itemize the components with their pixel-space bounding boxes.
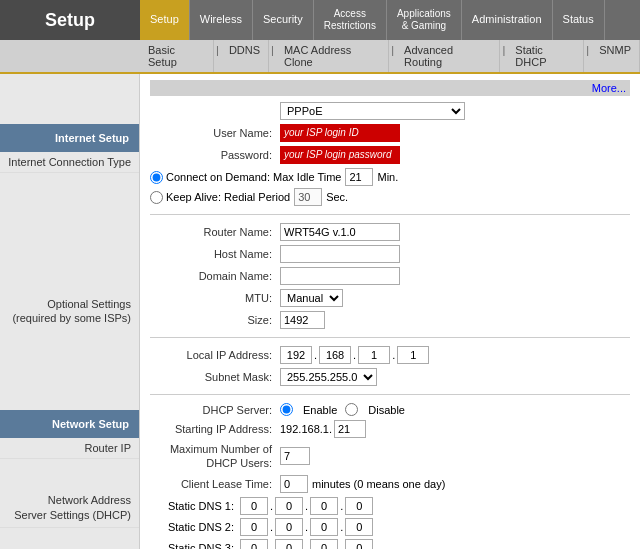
- dns2-3[interactable]: [310, 518, 338, 536]
- username-placeholder[interactable]: your ISP login ID: [280, 124, 400, 142]
- keep-alive-radio[interactable]: [150, 191, 163, 204]
- domain-name-input[interactable]: [280, 267, 400, 285]
- divider-3: [150, 394, 630, 395]
- dhcp-enable-label: Enable: [303, 404, 337, 416]
- local-ip-3[interactable]: [358, 346, 390, 364]
- connection-type-select[interactable]: PPPoE Static IP Automatic Configuration …: [280, 102, 465, 120]
- subnet-mask-select[interactable]: 255.255.255.0 255.255.0.0 255.0.0.0: [280, 368, 377, 386]
- sidebar-optional-settings: Optional Settings(required by some ISPs): [0, 293, 139, 330]
- local-ip-4[interactable]: [397, 346, 429, 364]
- static-dns1-group: . . .: [240, 497, 373, 515]
- max-dhcp-label: Maximum Number ofDHCP Users:: [150, 442, 280, 471]
- static-dns3-group: . . .: [240, 539, 373, 549]
- starting-ip-prefix: 192.168.1.: [280, 423, 332, 435]
- sidebar: Internet Setup Internet Connection Type …: [0, 74, 140, 549]
- client-lease-label: Client Lease Time:: [150, 478, 280, 490]
- nav-wireless[interactable]: Wireless: [190, 0, 253, 40]
- subnav-advanced-routing[interactable]: Advanced Routing: [396, 40, 500, 72]
- main-nav: Setup Wireless Security AccessRestrictio…: [140, 0, 640, 40]
- nav-access[interactable]: AccessRestrictions: [314, 0, 387, 40]
- dns3-4[interactable]: [345, 539, 373, 549]
- subnet-mask-row: Subnet Mask: 255.255.255.0 255.255.0.0 2…: [150, 368, 630, 386]
- router-name-label: Router Name:: [150, 226, 280, 238]
- host-name-label: Host Name:: [150, 248, 280, 260]
- password-placeholder[interactable]: your ISP login password: [280, 146, 400, 164]
- connect-on-demand-row: Connect on Demand: Max Idle Time Min.: [150, 168, 630, 186]
- subnav-mac-clone[interactable]: MAC Address Clone: [276, 40, 389, 72]
- sub-nav: Basic Setup | DDNS | MAC Address Clone |…: [0, 40, 640, 74]
- dns3-3[interactable]: [310, 539, 338, 549]
- nav-administration[interactable]: Administration: [462, 0, 553, 40]
- client-lease-suffix: minutes (0 means one day): [312, 478, 445, 490]
- starting-ip-last[interactable]: [334, 420, 366, 438]
- dhcp-enable-disable: Enable Disable: [280, 403, 405, 416]
- sidebar-section-network: Network Setup: [0, 410, 139, 438]
- max-dhcp-row: Maximum Number ofDHCP Users:: [150, 442, 630, 471]
- size-label: Size:: [150, 314, 280, 326]
- subnav-static-dhcp[interactable]: Static DHCP: [507, 40, 584, 72]
- local-ip-row: Local IP Address: . . .: [150, 346, 630, 364]
- min-label: Min.: [377, 171, 398, 183]
- router-name-input[interactable]: [280, 223, 400, 241]
- static-dns2-label: Static DNS 2:: [150, 521, 240, 533]
- client-lease-input[interactable]: [280, 475, 308, 493]
- mtu-label: MTU:: [150, 292, 280, 304]
- dns1-4[interactable]: [345, 497, 373, 515]
- size-row: Size:: [150, 311, 630, 329]
- main-layout: Internet Setup Internet Connection Type …: [0, 74, 640, 549]
- host-name-input[interactable]: [280, 245, 400, 263]
- max-idle-time-input[interactable]: [345, 168, 373, 186]
- username-row: User Name: your ISP login ID: [150, 124, 630, 142]
- redial-period-input[interactable]: [294, 188, 322, 206]
- sidebar-item-dhcp: Network AddressServer Settings (DHCP): [0, 489, 139, 529]
- host-name-row: Host Name:: [150, 245, 630, 263]
- subnav-ddns[interactable]: DDNS: [221, 40, 269, 72]
- dhcp-disable-radio[interactable]: [345, 403, 358, 416]
- local-ip-label: Local IP Address:: [150, 349, 280, 361]
- dhcp-server-label: DHCP Server:: [150, 404, 280, 416]
- password-row: Password: your ISP login password: [150, 146, 630, 164]
- dns1-1[interactable]: [240, 497, 268, 515]
- static-dns1-row: Static DNS 1: . . .: [150, 497, 630, 515]
- starting-ip-label: Starting IP Address:: [150, 423, 280, 435]
- keep-alive-label: Keep Alive: Redial Period: [166, 191, 290, 203]
- dhcp-enable-radio[interactable]: [280, 403, 293, 416]
- max-dhcp-input[interactable]: [280, 447, 310, 465]
- dns2-4[interactable]: [345, 518, 373, 536]
- sidebar-item-router-ip: Router IP: [0, 438, 139, 459]
- subnav-sep2: |: [269, 40, 276, 72]
- nav-setup[interactable]: Setup: [140, 0, 190, 40]
- local-ip-2[interactable]: [319, 346, 351, 364]
- mtu-select[interactable]: Auto Manual: [280, 289, 343, 307]
- dns2-1[interactable]: [240, 518, 268, 536]
- more-link[interactable]: More...: [150, 80, 630, 96]
- dhcp-server-row: DHCP Server: Enable Disable: [150, 403, 630, 416]
- logo: Setup: [0, 0, 140, 40]
- router-name-row: Router Name:: [150, 223, 630, 241]
- nav-applications[interactable]: Applications& Gaming: [387, 0, 462, 40]
- local-ip-1[interactable]: [280, 346, 312, 364]
- local-ip-group: . . .: [280, 346, 429, 364]
- dns3-1[interactable]: [240, 539, 268, 549]
- client-lease-row: Client Lease Time: minutes (0 means one …: [150, 475, 630, 493]
- sidebar-item-connection-type: Internet Connection Type: [0, 152, 139, 173]
- static-dns3-label: Static DNS 3:: [150, 542, 240, 549]
- nav-status[interactable]: Status: [553, 0, 605, 40]
- dns3-2[interactable]: [275, 539, 303, 549]
- username-label: User Name:: [150, 127, 280, 139]
- divider-1: [150, 214, 630, 215]
- dns1-2[interactable]: [275, 497, 303, 515]
- nav-security[interactable]: Security: [253, 0, 314, 40]
- size-input[interactable]: [280, 311, 325, 329]
- starting-ip-row: Starting IP Address: 192.168.1.: [150, 420, 630, 438]
- static-dns3-row: Static DNS 3: . . .: [150, 539, 630, 549]
- subnav-snmp[interactable]: SNMP: [591, 40, 640, 72]
- content-area: More... PPPoE Static IP Automatic Config…: [140, 74, 640, 549]
- dns1-3[interactable]: [310, 497, 338, 515]
- dns2-2[interactable]: [275, 518, 303, 536]
- connect-on-demand-radio[interactable]: [150, 171, 163, 184]
- divider-2: [150, 337, 630, 338]
- static-dns1-label: Static DNS 1:: [150, 500, 240, 512]
- subnav-basic-setup[interactable]: Basic Setup: [140, 40, 214, 72]
- password-label: Password:: [150, 149, 280, 161]
